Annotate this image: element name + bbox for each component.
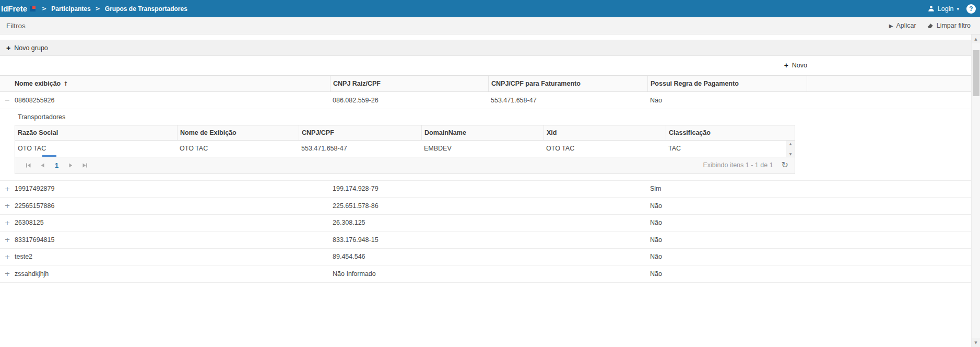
detail-table-row[interactable]: OTO TAC OTO TAC 553.471.658-47 EMBDEV OT…: [15, 141, 786, 157]
expand-row-icon[interactable]: +: [5, 270, 10, 277]
play-icon: ▶: [889, 23, 893, 29]
plus-icon: +: [784, 61, 788, 70]
app-logo[interactable]: ldFrete: [1, 4, 36, 13]
user-icon: [928, 5, 935, 12]
cell-nome-exibicao: 22565157886: [15, 202, 330, 210]
next-page-icon: [68, 163, 74, 168]
detail-grid-header-row: Razão Social Nome de Exibição CNPJ/CPF D…: [15, 125, 795, 141]
filler-column-header: [807, 76, 971, 91]
column-header-domainname[interactable]: DomainName: [421, 125, 544, 140]
apply-filter-button[interactable]: ▶ Aplicar: [889, 22, 916, 29]
expander-column-header: [0, 76, 15, 91]
table-row[interactable]: − 08608255926 086.082.559-26 553.471.658…: [0, 92, 971, 109]
cell-possui-regra: Não: [647, 253, 807, 260]
column-header-label: DomainName: [424, 129, 466, 136]
column-header-xid[interactable]: Xid: [544, 125, 666, 140]
pager-last-button[interactable]: [82, 163, 88, 168]
cell-domainname: EMBDEV: [421, 145, 544, 152]
detail-horizontal-scroll-thumb[interactable]: [42, 155, 56, 157]
login-button[interactable]: Login ▾: [928, 5, 959, 13]
cell-nome-de-exibicao: OTO TAC: [177, 145, 299, 152]
table-row[interactable]: + 26308125 26.308.125 Não: [0, 215, 971, 232]
breadcrumb-item-grupos-transportadores[interactable]: Grupos de Transportadores: [105, 5, 187, 13]
cell-possui-regra: Não: [647, 219, 807, 226]
column-header-classificacao[interactable]: Classificação: [666, 125, 795, 140]
column-header-label: CNPJ/CPF para Faturamento: [491, 80, 581, 87]
grid-header-row: Nome exibição ↑ CNPJ Raiz/CPF CNPJ/CPF p…: [0, 75, 971, 92]
pager-page-1[interactable]: 1: [55, 161, 58, 169]
table-row[interactable]: + zssahdkjhjh Não Informado Não: [0, 265, 971, 283]
cell-cnpj-raiz: 086.082.559-26: [330, 97, 488, 104]
cell-cnpj-raiz: 833.176.948-15: [330, 236, 488, 244]
first-page-icon: [26, 163, 31, 168]
new-button[interactable]: + Novo: [784, 61, 807, 70]
eraser-icon: [927, 22, 934, 29]
filter-actions: ▶ Aplicar Limpar filtro: [889, 22, 971, 29]
breadcrumb-item-participantes[interactable]: Participantes: [51, 5, 90, 13]
main-scroll-thumb[interactable]: [973, 50, 979, 96]
breadcrumb-separator-icon: >: [96, 5, 100, 12]
clear-filter-label: Limpar filtro: [937, 22, 971, 29]
cell-nome-exibicao: teste2: [15, 253, 330, 260]
cell-possui-regra: Não: [647, 97, 807, 104]
scroll-down-glyph: ▼: [974, 341, 977, 345]
refresh-icon[interactable]: ↻: [782, 161, 788, 169]
help-button[interactable]: ?: [966, 4, 976, 14]
expand-row-icon[interactable]: +: [5, 253, 10, 260]
main-content: + Novo grupo + Novo Nome exibição ↑ CNPJ…: [0, 34, 971, 283]
table-row[interactable]: + teste2 89.454.546 Não: [0, 249, 971, 266]
cell-possui-regra: Não: [647, 270, 807, 277]
column-header-cnpj-faturamento[interactable]: CNPJ/CPF para Faturamento: [488, 76, 647, 91]
filters-bar: Filtros ▶ Aplicar Limpar filtro: [0, 17, 980, 34]
pager-status: Exibindo itens 1 - 1 de 1: [703, 161, 773, 169]
logo-flag-icon: [30, 6, 36, 11]
plus-icon: +: [6, 44, 10, 52]
column-header-cnpj-raiz[interactable]: CNPJ Raiz/CPF: [330, 76, 488, 91]
column-header-label: Nome de Exibição: [180, 129, 237, 136]
last-page-icon: [82, 163, 88, 168]
detail-vertical-scrollbar[interactable]: ▲ ▼: [786, 141, 795, 157]
table-row[interactable]: + 19917492879 199.174.928-79 Sim: [0, 181, 971, 198]
topbar-right-actions: Login ▾ ?: [928, 4, 976, 14]
table-row[interactable]: + 22565157886 225.651.578-86 Não: [0, 198, 971, 215]
collapse-row-icon[interactable]: −: [5, 97, 10, 103]
scroll-up-icon[interactable]: ▲: [972, 34, 980, 43]
breadcrumb-separator-icon: >: [42, 5, 46, 12]
cell-possui-regra: Sim: [647, 185, 807, 192]
scroll-up-glyph: ▲: [974, 37, 977, 41]
detail-grid-body: OTO TAC OTO TAC 553.471.658-47 EMBDEV OT…: [15, 141, 795, 157]
pager-info: Exibindo itens 1 - 1 de 1 ↻: [703, 161, 788, 169]
column-header-cnpj-cpf[interactable]: CNPJ/CPF: [299, 125, 421, 140]
spacer: [0, 34, 971, 40]
pager-first-button[interactable]: [26, 163, 31, 168]
column-header-label: Possui Regra de Pagamento: [651, 80, 739, 87]
expand-row-icon[interactable]: +: [5, 236, 10, 243]
clear-filter-button[interactable]: Limpar filtro: [927, 22, 971, 29]
expand-row-icon[interactable]: +: [5, 202, 10, 209]
new-label: Novo: [792, 62, 807, 69]
pager-prev-button[interactable]: [40, 163, 45, 168]
cell-cnpj-cpf: 553.471.658-47: [299, 145, 421, 152]
pager-next-button[interactable]: [68, 163, 74, 168]
new-group-label: Novo grupo: [14, 44, 48, 52]
group-toolbar: + Novo grupo: [0, 40, 971, 56]
table-row[interactable]: + 83317694815 833.176.948-15 Não: [0, 232, 971, 249]
cell-nome-exibicao: zssahdkjhjh: [15, 270, 330, 277]
grid-toolbar: + Novo: [0, 56, 971, 75]
column-header-nome-exibicao[interactable]: Nome exibição ↑: [15, 76, 330, 91]
scroll-up-icon[interactable]: ▲: [789, 142, 792, 145]
scroll-down-icon[interactable]: ▼: [789, 152, 792, 156]
expand-row-icon[interactable]: +: [5, 219, 10, 226]
cell-razao-social: OTO TAC: [15, 145, 177, 152]
column-header-possui-regra[interactable]: Possui Regra de Pagamento: [647, 76, 807, 91]
cell-cnpj-faturamento: 553.471.658-47: [488, 97, 647, 104]
cell-classificacao: TAC: [666, 145, 786, 152]
column-header-nome-de-exibicao[interactable]: Nome de Exibição: [177, 125, 299, 140]
column-header-razao-social[interactable]: Razão Social: [15, 125, 177, 140]
new-group-button[interactable]: + Novo grupo: [6, 44, 48, 52]
login-label: Login: [938, 5, 954, 13]
column-header-label: Razão Social: [18, 129, 58, 136]
expand-row-icon[interactable]: +: [5, 186, 10, 192]
scroll-down-icon[interactable]: ▼: [972, 338, 980, 347]
main-vertical-scrollbar[interactable]: ▲ ▼: [971, 34, 980, 347]
